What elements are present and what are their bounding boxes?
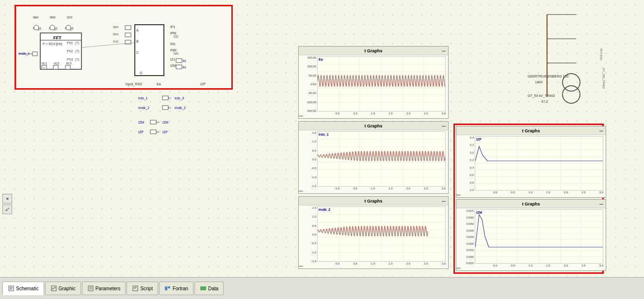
svg-rect-49 [125,26,131,30]
svg-text:INM: INM [170,48,177,52]
graph-area-ea: Ea [317,56,446,111]
close-button[interactable]: ✕ [2,194,12,204]
tab-script-label: Script [140,286,153,291]
tab-data-label: Data [208,286,218,291]
graph-y-axis-izm: 0.0070 0.0060 0.0050 0.0040 0.0030 0.002… [456,208,475,270]
tab-parameters-label: Parameters [96,286,121,291]
svg-text:(7): (7) [75,49,80,53]
svg-text:Ph3: Ph3 [67,58,73,61]
schematic-box: Iam Ibm Icm Mag1 Mag2 Mag3 FFT F = 50.0 … [15,5,233,90]
graph-area-izp: IZP [475,136,603,190]
left-buttons: ✕ 🖊 [2,194,12,214]
svg-text:Ibm: Ibm [50,16,56,19]
svg-text:kc: kc [183,65,187,69]
parameters-icon [87,285,94,292]
svg-text:G: G [140,71,142,75]
svg-text:dc1: dc1 [42,62,47,65]
svg-text:Icm: Icm [113,40,118,43]
graph-y-axis-imdk2: 1.5 1.0 0.5 0.0 -0.5 -1.0 -1.5 [299,205,317,268]
svg-text:IZP: IZP [162,130,168,134]
svg-rect-27 [32,52,37,56]
graph-title-izm: t Graphs — [456,200,606,208]
svg-rect-63 [162,96,168,100]
svg-text:IP1: IP1 [170,25,176,29]
svg-text:IZM: IZM [162,121,168,124]
graph-x-axis-izm: 0.0 0.5 1.0 1.5 2.0 2.5 3.0 [475,264,603,270]
graph-title-irds1: t Graphs — [299,122,448,130]
svg-text:ic: ic [43,66,45,69]
svg-rect-24 [65,65,70,69]
action-button[interactable]: 🖊 [2,205,12,214]
transformer-area: GEERTRUIDENBERG 150 144V GT_50 kV_TR402 … [499,10,605,116]
svg-rect-160 [200,286,206,290]
svg-text:kc: kc [157,121,160,124]
schematic-icon [8,285,15,292]
svg-point-6 [34,25,39,30]
svg-rect-42 [176,59,182,63]
svg-text:C: C [136,51,139,54]
graph-title-ea: t Graphs — [299,47,448,55]
tabs-bar: Schematic Graphic Parameters Script Fort… [0,277,644,299]
svg-text:IZ1: IZ1 [170,58,175,61]
svg-text:IZM: IZM [170,64,176,67]
svg-text:GT_150_TR402: GT_150_TR402 [602,68,605,89]
svg-point-140 [563,86,580,103]
graph-y-axis-izp: 0.4 0.2 0.0 -0.2 -0.4 -0.6 -0.8 -1.0 [456,135,475,197]
svg-text:dc2: dc2 [54,62,59,65]
svg-text:Imdk_2: Imdk_2 [175,106,186,110]
tab-graphic[interactable]: Graphic [45,282,81,295]
graphic-icon [50,285,57,292]
svg-point-7 [50,25,55,30]
graph-area-izm: IZM [475,209,603,264]
svg-rect-29 [135,25,164,76]
svg-text:IN1: IN1 [170,42,176,46]
tab-data[interactable]: Data [194,282,224,295]
svg-text:Irds_3: Irds_3 [175,96,184,100]
svg-text:Ibm: Ibm [113,32,119,36]
graph-panel-irds1: t Graphs — 1.5 1.0 0.5 0.0 -0.5 -1.0 -1.… [298,121,449,194]
tab-script[interactable]: Script [127,282,158,295]
main-canvas: Iam Ibm Icm Mag1 Mag2 Mag3 FFT F = 50.0 … [0,0,644,276]
svg-text:kc: kc [157,130,160,133]
script-icon [132,285,139,292]
tab-fortran-label: Fortran [173,286,188,291]
graph-x-axis-ea: 0.0 0.5 1.0 1.5 2.0 2.5 3.0 [317,111,446,118]
svg-text:IPM: IPM [170,31,177,35]
svg-text:Iam: Iam [33,16,39,19]
tab-fortran[interactable]: Fortran [159,282,193,295]
graph-title-imdk2: t Graphs — [299,197,448,205]
tab-graphic-label: Graphic [59,286,76,291]
svg-text:Ph2: Ph2 [67,49,73,53]
svg-text:NN: NN [174,52,178,55]
svg-text:Vgnd_RSD: Vgnd_RSD [125,82,142,86]
svg-rect-43 [176,65,182,69]
svg-text:144V: 144V [535,80,543,84]
svg-text:kc: kc [168,106,171,109]
svg-rect-159 [168,286,170,288]
tab-parameters[interactable]: Parameters [82,282,126,295]
svg-point-8 [66,25,71,30]
svg-text:Ea: Ea [157,82,161,86]
graph-panel-izm: t Graphs — 0.0070 0.0060 0.0050 0.0040 0… [456,199,606,271]
svg-text:Iam: Iam [113,25,119,29]
svg-text:Ph1: Ph1 [67,41,73,45]
data-icon [200,285,207,292]
svg-text:50.0 [Hz]: 50.0 [Hz] [600,48,603,60]
middle-schematic: Irds_1 Irds_3 kc Imdk_2 kc Imdk_2 IZM kc… [136,92,242,146]
svg-rect-50 [125,33,131,37]
graph-x-axis-izp: 0.0 0.5 1.0 1.5 2.0 2.5 3.0 [475,190,603,197]
svg-rect-70 [150,120,156,124]
graphs-right-highlighted: t Graphs — 0.4 0.2 0.0 -0.2 -0.4 -0.6 -0… [453,124,604,274]
graph-x-axis-irds1: 0.0 0.5 1.0 1.5 2.0 2.5 3.0 [317,187,446,193]
svg-text:dc3: dc3 [66,62,71,65]
svg-text:IZM: IZM [138,121,144,124]
svg-text:kc: kc [168,96,171,99]
svg-text:Imdk_2: Imdk_2 [138,106,149,110]
svg-text:FFT: FFT [53,35,62,40]
svg-text:Irds_1: Irds_1 [138,96,148,100]
svg-text:GT_50 kV_TR402: GT_50 kV_TR402 [528,94,555,98]
tab-schematic[interactable]: Schematic [2,282,44,295]
svg-text:kc: kc [183,59,187,63]
svg-text:(7): (7) [75,58,80,62]
svg-text:IZP: IZP [200,82,206,86]
